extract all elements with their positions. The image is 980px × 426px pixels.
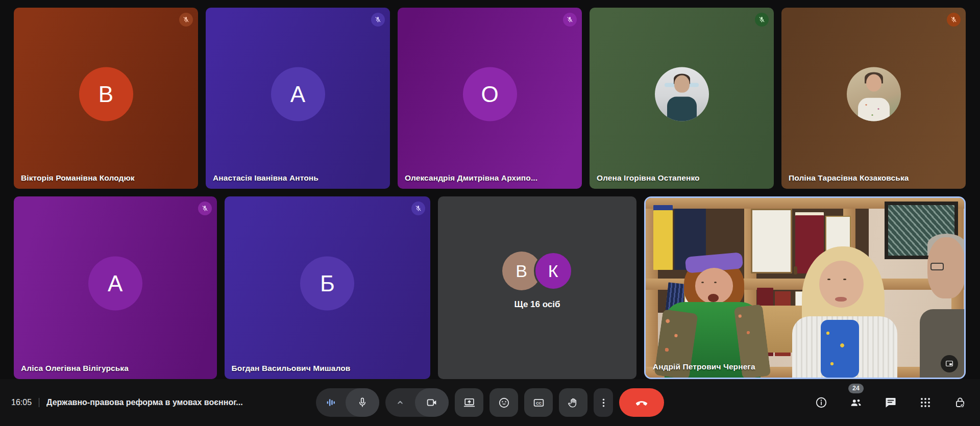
participant-tile[interactable]: А Анастасія Іванівна Антонь <box>206 8 390 189</box>
captions-button[interactable]: CC <box>524 388 553 417</box>
mic-muted-icon <box>755 13 769 27</box>
participant-name: Олена Ігорівна Остапенко <box>597 173 700 183</box>
divider <box>39 398 39 407</box>
avatar: О <box>463 67 517 121</box>
participant-name: Андрій Петрович Чернега <box>653 362 755 371</box>
avatar: Б <box>300 257 354 311</box>
present-screen-button[interactable] <box>455 388 483 417</box>
avatar-initial: А <box>290 81 305 107</box>
overflow-avatars: В К <box>502 252 573 290</box>
raise-hand-button[interactable] <box>559 388 587 417</box>
participant-name: Олександрія Дмитрівна Архипо... <box>405 173 537 183</box>
participant-name: Аліса Олегівна Вілігурська <box>21 364 129 373</box>
mic-muted-icon <box>371 13 385 27</box>
participant-name: Вікторія Романівна Колодюк <box>21 173 135 183</box>
svg-text:CC: CC <box>536 400 542 405</box>
video-feed <box>646 198 964 378</box>
avatar-initial: В <box>99 81 113 107</box>
avatar-initial: О <box>481 81 498 107</box>
participant-tile[interactable]: Б Богдан Васильович Мишалов <box>225 196 431 379</box>
avatar-initial: А <box>108 271 122 296</box>
participant-tile[interactable]: А Аліса Олегівна Вілігурська <box>14 196 217 379</box>
participant-name: Поліна Тарасівна Козаковська <box>789 173 909 183</box>
reactions-button[interactable] <box>489 388 518 417</box>
participant-name: Богдан Васильович Мишалов <box>232 364 351 373</box>
overflow-tile[interactable]: В К Ще 16 осіб <box>438 196 636 379</box>
avatar-initial: Б <box>320 271 335 296</box>
active-speaker-video-tile[interactable]: Андрій Петрович Чернега <box>644 196 966 379</box>
mic-muted-icon <box>179 13 193 27</box>
mic-muted-icon <box>947 13 961 27</box>
participant-count-badge: 24 <box>848 384 864 393</box>
camera-control[interactable] <box>385 388 449 417</box>
more-options-button[interactable] <box>594 388 613 417</box>
picture-in-picture-icon[interactable] <box>941 355 958 372</box>
participant-tile[interactable]: Поліна Тарасівна Козаковська <box>781 8 966 189</box>
more-people-label: Ще 16 осіб <box>514 299 560 310</box>
meet-window: В Вікторія Романівна Колодюк А Анастасія… <box>0 0 980 426</box>
mic-control[interactable] <box>316 388 379 417</box>
clock: 16:05 <box>11 398 32 407</box>
meeting-title: Державно-правова реформа в умовах воєнно… <box>46 398 243 407</box>
host-controls-button[interactable] <box>953 396 967 409</box>
avatar: А <box>88 257 142 311</box>
chevron-up-icon[interactable] <box>385 396 415 409</box>
camera-icon[interactable] <box>415 388 449 417</box>
avatar: К <box>534 252 573 290</box>
participant-tile[interactable]: Олена Ігорівна Остапенко <box>590 8 774 189</box>
end-call-button[interactable] <box>619 388 664 417</box>
meeting-details-button[interactable] <box>815 396 828 409</box>
chat-button[interactable] <box>884 396 897 409</box>
people-button[interactable]: 24 <box>849 396 863 409</box>
avatar: В <box>79 67 133 121</box>
mic-muted-icon <box>411 202 425 215</box>
bottom-toolbar: 16:05 Державно-правова реформа в умовах … <box>0 379 980 426</box>
participant-name: Анастасія Іванівна Антонь <box>213 173 318 183</box>
mic-muted-icon <box>198 202 212 215</box>
avatar: А <box>271 67 325 121</box>
mic-muted-icon <box>563 13 577 27</box>
activities-apps-button[interactable] <box>919 396 932 409</box>
participant-tile[interactable]: В Вікторія Романівна Колодюк <box>14 8 198 189</box>
mic-icon[interactable] <box>346 388 379 417</box>
avatar-photo <box>655 67 709 121</box>
participant-tile[interactable]: О Олександрія Дмитрівна Архипо... <box>398 8 582 189</box>
participant-grid: В Вікторія Романівна Колодюк А Анастасія… <box>0 0 980 379</box>
audio-level-icon[interactable] <box>316 396 346 409</box>
avatar-photo <box>847 67 901 121</box>
